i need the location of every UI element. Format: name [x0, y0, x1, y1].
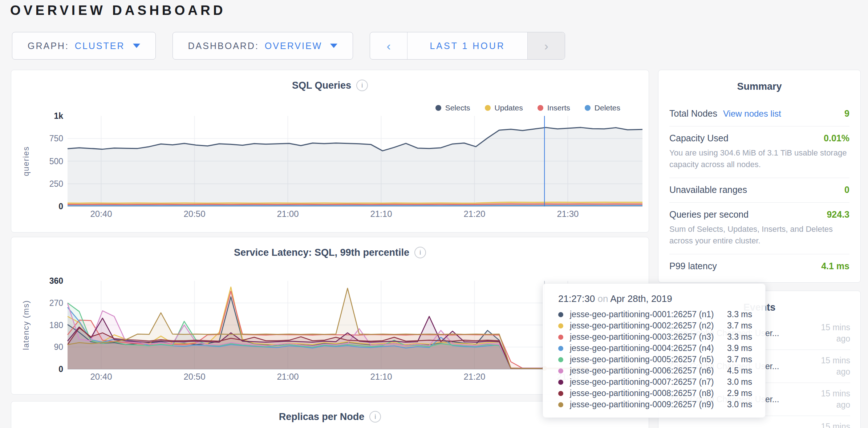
time-window-label[interactable]: LAST 1 HOUR: [407, 32, 528, 59]
tooltip-latency-value: 3.3 ms: [727, 332, 752, 342]
tooltip-node-name: jesse-geo-partitioning-0005:26257 (n5): [570, 355, 714, 364]
tooltip-latency-value: 4.5 ms: [727, 366, 752, 376]
tooltip-latency-value: 3.7 ms: [727, 321, 752, 331]
series-color-dot: [558, 368, 563, 374]
svg-text:0: 0: [58, 364, 63, 374]
dashboard-dropdown-label: DASHBOARD:: [188, 41, 259, 51]
chevron-down-icon: [133, 44, 140, 48]
event-timestamp: 15 mins ago: [805, 388, 850, 411]
replicas-per-node-chart-title: Replicas per Node: [279, 411, 365, 423]
svg-text:21:00: 21:00: [277, 372, 299, 381]
svg-text:90: 90: [54, 342, 63, 352]
summary-item-value: 0.01%: [824, 133, 849, 144]
summary-item-label: Queries per second: [669, 209, 749, 220]
summary-item-value: 9: [844, 108, 849, 119]
svg-text:latency (ms): latency (ms): [21, 300, 31, 350]
summary-item-label: Total Nodes: [669, 108, 717, 119]
event-timestamp: 15 mins ago: [805, 322, 850, 344]
tooltip-latency-value: 3.0 ms: [727, 377, 752, 387]
series-color-dot: [558, 346, 563, 351]
svg-text:360: 360: [49, 276, 63, 286]
tooltip-node-name: jesse-geo-partitioning-0003:26257 (n3): [570, 332, 714, 342]
summary-item-p99-latency: P99 latency 4.1 ms: [669, 254, 849, 279]
dashboard-dropdown-value: OVERVIEW: [265, 41, 322, 51]
svg-text:270: 270: [49, 298, 63, 308]
svg-text:1k: 1k: [54, 111, 63, 121]
tooltip-series-row: jesse-geo-partitioning-0008:26257 (n8)2.…: [558, 388, 752, 399]
graph-dropdown[interactable]: GRAPH: CLUSTER: [12, 32, 156, 60]
svg-text:queries: queries: [21, 146, 31, 176]
series-color-dot: [558, 402, 563, 407]
info-icon[interactable]: i: [369, 411, 381, 423]
tooltip-series-row: jesse-geo-partitioning-0005:26257 (n5)3.…: [558, 354, 752, 365]
svg-text:20:40: 20:40: [90, 372, 112, 381]
summary-panel: Summary Total Nodes View nodes list 9 Ca…: [658, 70, 861, 283]
series-color-dot: [558, 312, 563, 317]
tooltip-series-row: jesse-geo-partitioning-0004:26257 (n4)3.…: [558, 343, 752, 354]
summary-item-value: 924.3: [827, 209, 849, 220]
svg-text:21:20: 21:20: [463, 372, 485, 381]
tooltip-node-name: jesse-geo-partitioning-0008:26257 (n8): [570, 388, 714, 398]
view-nodes-list-link[interactable]: View nodes list: [723, 109, 781, 119]
tooltip-series-row: jesse-geo-partitioning-0001:26257 (n1)3.…: [558, 309, 752, 320]
tooltip-series-row: jesse-geo-partitioning-0007:26257 (n7)3.…: [558, 376, 752, 388]
page-title: OVERVIEW DASHBOARD: [10, 3, 226, 18]
summary-item-note: Sum of Selects, Updates, Inserts, and De…: [669, 223, 849, 247]
svg-text:21:10: 21:10: [370, 372, 392, 381]
summary-item-value: 0: [844, 185, 849, 195]
summary-item-capacity-used: Capacity Used 0.01% You are using 304.6 …: [669, 126, 849, 178]
graph-dropdown-label: GRAPH:: [28, 41, 69, 51]
tooltip-latency-value: 3.7 ms: [727, 355, 752, 364]
svg-text:20:50: 20:50: [183, 372, 205, 381]
tooltip-latency-value: 3.9 ms: [727, 343, 752, 353]
svg-text:21:20: 21:20: [463, 209, 485, 219]
tooltip-series-row: jesse-geo-partitioning-0002:26257 (n2)3.…: [558, 320, 752, 331]
chevron-right-icon: ›: [544, 39, 548, 53]
tooltip-node-name: jesse-geo-partitioning-0007:26257 (n7): [570, 377, 714, 387]
tooltip-series-row: jesse-geo-partitioning-0009:26257 (n9)3.…: [558, 399, 752, 410]
series-color-dot: [558, 380, 563, 385]
svg-text:21:10: 21:10: [370, 209, 392, 219]
chevron-down-icon: [330, 44, 337, 48]
svg-text:0: 0: [58, 202, 63, 211]
svg-text:180: 180: [49, 320, 63, 330]
summary-item-queries-per-second: Queries per second 924.3 Sum of Selects,…: [669, 203, 849, 254]
sql-queries-card: SQL Queries i SelectsUpdatesInsertsDelet…: [11, 70, 649, 233]
summary-item-label: Capacity Used: [669, 133, 729, 144]
series-color-dot: [558, 357, 563, 362]
tooltip-latency-value: 3.3 ms: [727, 310, 752, 319]
series-color-dot: [558, 391, 563, 396]
tooltip-node-name: jesse-geo-partitioning-0009:26257 (n9): [570, 400, 714, 409]
event-row: Zone Config Changed: User... 15 mins ago: [669, 416, 850, 428]
svg-text:750: 750: [49, 134, 63, 143]
tooltip-node-name: jesse-geo-partitioning-0002:26257 (n2): [570, 321, 714, 331]
tooltip-series-row: jesse-geo-partitioning-0003:26257 (n3)3.…: [558, 331, 752, 343]
summary-item-note: You are using 304.6 MiB of 3.1 TiB usabl…: [669, 147, 849, 170]
tooltip-node-name: jesse-geo-partitioning-0006:26257 (n6): [570, 366, 714, 376]
svg-text:20:40: 20:40: [90, 209, 112, 219]
tooltip-timestamp: 21:27:30 on Apr 28th, 2019: [558, 293, 752, 304]
summary-item-unavailable-ranges: Unavailable ranges 0: [669, 178, 849, 203]
sql-queries-chart[interactable]: 20:4020:5021:0021:1021:2021:300250500750…: [11, 70, 649, 233]
svg-text:20:50: 20:50: [183, 209, 205, 219]
time-window-next-button[interactable]: ›: [528, 32, 565, 59]
tooltip-node-name: jesse-geo-partitioning-0004:26257 (n4): [570, 343, 714, 353]
svg-text:21:00: 21:00: [277, 209, 299, 219]
time-window-selector: ‹ LAST 1 HOUR ›: [370, 32, 565, 60]
event-timestamp: 15 mins ago: [805, 355, 850, 377]
tooltip-latency-value: 2.9 ms: [727, 388, 752, 398]
summary-item-label: P99 latency: [669, 261, 717, 271]
chevron-left-icon: ‹: [386, 39, 390, 53]
event-timestamp: 15 mins ago: [805, 421, 850, 428]
time-window-prev-button[interactable]: ‹: [370, 32, 407, 59]
svg-text:250: 250: [49, 179, 63, 189]
tooltip-latency-value: 3.0 ms: [727, 400, 752, 409]
series-color-dot: [558, 323, 563, 328]
tooltip-series-row: jesse-geo-partitioning-0006:26257 (n6)4.…: [558, 365, 752, 376]
chart-hover-tooltip: 21:27:30 on Apr 28th, 2019 jesse-geo-par…: [543, 283, 766, 418]
summary-item-value: 4.1 ms: [821, 261, 849, 271]
tooltip-node-name: jesse-geo-partitioning-0001:26257 (n1): [570, 310, 714, 319]
summary-item-total-nodes: Total Nodes View nodes list 9: [669, 102, 849, 126]
dashboard-dropdown[interactable]: DASHBOARD: OVERVIEW: [173, 32, 353, 60]
series-color-dot: [558, 335, 563, 340]
